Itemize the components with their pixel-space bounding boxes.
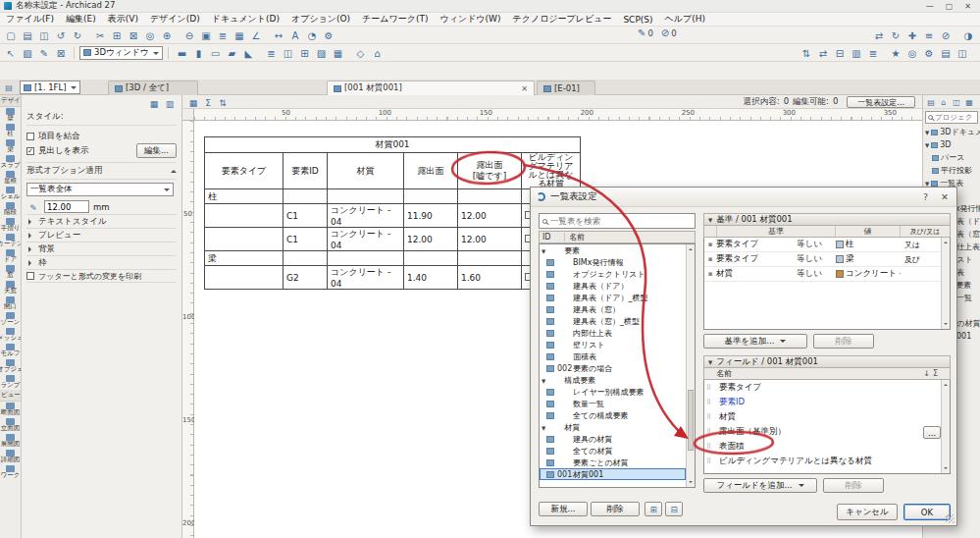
stair-tool-icon[interactable]: ≣	[263, 45, 279, 60]
add-criteria-button[interactable]: 基準を追加...	[703, 334, 807, 349]
navigator-tree-item[interactable]: 3Dドキュメ	[923, 126, 980, 138]
schedule-list-item[interactable]: 数量一覧	[540, 398, 686, 409]
schedule-list-item[interactable]: 壁リスト	[540, 339, 686, 350]
navigator-search[interactable]	[925, 111, 978, 124]
visibility-icon[interactable]: ◑	[960, 27, 976, 42]
scrollbar[interactable]	[686, 244, 695, 487]
merge-items-checkbox[interactable]	[26, 133, 34, 140]
print-footer-checkbox[interactable]	[26, 272, 34, 280]
slab-tool-icon[interactable]: ▰	[224, 45, 239, 60]
fields-section-header[interactable]: フィールド / 001 材質001	[703, 355, 951, 368]
schedule-list-item[interactable]: 要素	[540, 244, 686, 256]
tab-e01[interactable]: [E-01]	[537, 81, 595, 95]
new-icon[interactable]: ▢	[3, 27, 19, 42]
lock-icon[interactable]: ⊘	[938, 27, 954, 42]
schedule-cell[interactable]: C1	[284, 228, 328, 251]
tool-worksheet[interactable]: ワーク	[0, 464, 21, 480]
sum-icon[interactable]: Σ	[933, 369, 938, 378]
menu-item[interactable]: SCP(S)	[617, 15, 658, 25]
tool-interior-elevation[interactable]: 展開図	[0, 433, 21, 449]
schedule-search-input[interactable]	[550, 216, 692, 226]
eraser-icon[interactable]: ⊠	[53, 45, 69, 60]
navigator-tree-item[interactable]: 平行投影	[923, 164, 980, 177]
new-schedule-button[interactable]: 新規...	[539, 502, 588, 516]
dialog-titlebar[interactable]: 一覧表設定 ? ✕	[531, 188, 956, 207]
beam-tool-icon[interactable]: ▭	[207, 45, 223, 60]
schedule-list-item[interactable]: オブジェクトリスト	[540, 268, 686, 280]
project-chooser-icon[interactable]: ▤	[925, 96, 937, 107]
schedule-list-item[interactable]: 002 要素の場合	[540, 362, 686, 374]
style-section-row[interactable]: テキストスタイル	[26, 214, 177, 228]
column-header-different-material[interactable]: ビルディングマテリアルとは異なる材質	[522, 153, 581, 189]
column-header-id[interactable]: 要素ID	[284, 153, 328, 189]
mesh-tool-icon[interactable]: ▦	[330, 45, 345, 60]
criteria-row[interactable]: 材質 等しい コンクリート - 04	[704, 267, 941, 282]
tool-opening[interactable]: 開口	[0, 296, 21, 311]
zoom-out-icon[interactable]: ⊖	[181, 27, 197, 42]
tool-elevation[interactable]: 立面図	[0, 417, 21, 433]
find-select-icon[interactable]: ◎	[142, 27, 158, 42]
tool-morph[interactable]: モルフ	[0, 343, 21, 358]
marquee-icon[interactable]: ▧	[20, 45, 35, 60]
text-size-input[interactable]	[44, 200, 89, 213]
schedule-cell[interactable]: コンクリート - 04	[328, 228, 404, 251]
3d-window-select[interactable]: 3Dウィンドウ	[79, 46, 163, 60]
tool-shell[interactable]: シェル	[0, 186, 21, 201]
add-field-button[interactable]: フィールドを追加...	[703, 478, 817, 493]
schedule-cell[interactable]: 1.40	[404, 266, 458, 290]
tool-zone[interactable]: ゾーン	[0, 311, 21, 327]
column-header-type[interactable]: 要素タイプ	[205, 153, 284, 189]
schedule-cell[interactable]: 11.90	[404, 204, 458, 228]
views-icon[interactable]: ◫	[954, 45, 970, 60]
navigator-search-input[interactable]	[935, 113, 975, 122]
field-row[interactable]: 表面積	[704, 439, 941, 454]
schedule-list-item[interactable]: 材質	[540, 421, 686, 433]
text-tool-icon[interactable]: A	[287, 27, 303, 42]
tool-column[interactable]: 柱	[0, 123, 21, 138]
schedule-cell[interactable]: G2	[284, 266, 328, 290]
schedule-list-item[interactable]: 内部仕上表	[540, 327, 686, 339]
mirror-icon[interactable]: ⇄	[871, 27, 887, 42]
field-row[interactable]: ビルディングマテリアルとは異なる材質	[704, 454, 941, 468]
multiply-icon[interactable]: ✚	[904, 27, 920, 42]
menu-item[interactable]: テクノロジープレビュー	[507, 13, 618, 26]
tool-wall[interactable]: 壁	[0, 107, 21, 123]
style-section-row[interactable]: プレビュー	[26, 228, 177, 242]
menu-item[interactable]: 表示(V)	[102, 13, 144, 26]
cancel-button[interactable]: キャンセル	[837, 504, 898, 520]
schedule-list-item[interactable]: 面積表	[540, 350, 686, 362]
export-schedule-icon[interactable]: ⊟	[665, 502, 683, 516]
criteria-section-header[interactable]: 基準 / 001 材質001	[703, 213, 951, 226]
tool-curtain-wall[interactable]: カーテン	[0, 233, 21, 248]
fake-exposed-column-header[interactable]: 露出面 [嘘です]	[458, 153, 522, 189]
menu-item[interactable]: ファイル(F)	[0, 13, 60, 26]
schedule-list-item[interactable]: 全ての構成要素	[540, 409, 686, 421]
tab-close-icon[interactable]: ✕	[521, 84, 528, 93]
schedule-list-item[interactable]: 建具表（窓）	[540, 303, 686, 315]
schedule-settings-button[interactable]: 一覧表設定...	[847, 96, 915, 108]
object-tool-icon[interactable]: ⌂	[369, 45, 385, 60]
collapse-icon[interactable]	[171, 167, 177, 173]
tool-lamp[interactable]: ランプ	[0, 374, 21, 390]
arrow-tool-icon[interactable]: ↖	[3, 45, 19, 60]
column-header-material[interactable]: 材質	[328, 153, 404, 189]
zoom-in-icon[interactable]: ⊕	[159, 27, 175, 42]
teamwork-icon[interactable]: ⇅	[799, 45, 814, 60]
roof-tool-icon[interactable]: ◣	[240, 45, 256, 60]
layout-book-icon[interactable]: ▦	[963, 96, 975, 107]
schedule-list-item[interactable]: 建具表（ドア）	[540, 280, 686, 292]
criteria-row[interactable]: 要素タイプ 等しい 梁 及び	[704, 252, 941, 267]
style-grid-icon[interactable]: ▦	[147, 97, 161, 109]
schedule-list-item[interactable]: 001 材質001	[540, 468, 686, 480]
help-icon[interactable]: ?	[917, 191, 934, 202]
home-icon[interactable]: ⌂	[938, 96, 950, 107]
import-schedule-icon[interactable]: ⊞	[645, 502, 662, 516]
schedule-list-item[interactable]: 建具表（ドア）_横型	[540, 292, 686, 303]
cut-icon[interactable]: ✂	[92, 27, 108, 42]
quick-layers-icon[interactable]: ≣	[865, 45, 881, 60]
delete-criteria-button[interactable]: 削除	[813, 334, 874, 349]
story-selector[interactable]: [1. 1FL]	[20, 81, 80, 94]
library-icon[interactable]: ▤	[938, 45, 954, 60]
field-row[interactable]: 材質	[704, 409, 941, 424]
tool-beam[interactable]: 梁	[0, 138, 21, 154]
